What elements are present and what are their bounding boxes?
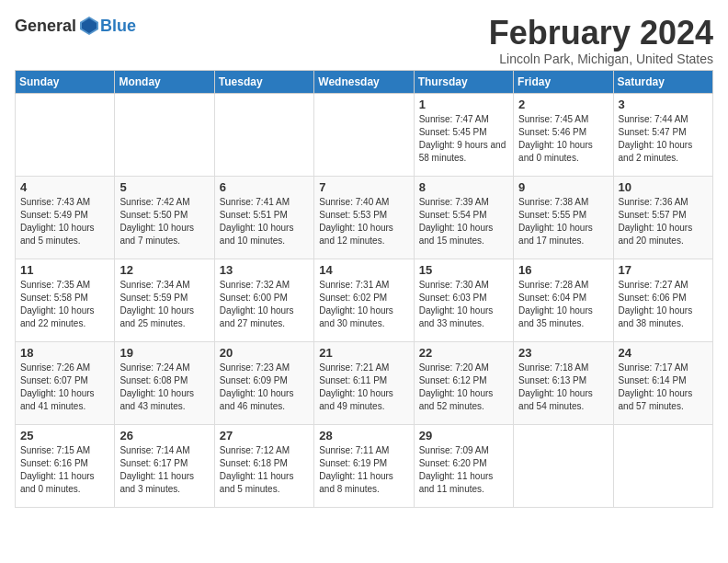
day-info: Sunrise: 7:47 AM Sunset: 5:45 PM Dayligh… bbox=[419, 113, 508, 165]
day-number: 17 bbox=[619, 263, 708, 277]
day-cell bbox=[613, 424, 712, 507]
day-number: 24 bbox=[619, 346, 708, 360]
day-cell: 2Sunrise: 7:45 AM Sunset: 5:46 PM Daylig… bbox=[514, 93, 613, 176]
day-info: Sunrise: 7:44 AM Sunset: 5:47 PM Dayligh… bbox=[619, 113, 708, 165]
logo-icon bbox=[78, 15, 100, 37]
day-cell: 20Sunrise: 7:23 AM Sunset: 6:09 PM Dayli… bbox=[214, 341, 313, 424]
title-area: February 2024 Lincoln Park, Michigan, Un… bbox=[489, 15, 713, 66]
day-info: Sunrise: 7:41 AM Sunset: 5:51 PM Dayligh… bbox=[220, 196, 309, 247]
day-cell bbox=[314, 93, 414, 176]
day-info: Sunrise: 7:31 AM Sunset: 6:02 PM Dayligh… bbox=[319, 279, 408, 330]
day-cell: 7Sunrise: 7:40 AM Sunset: 5:53 PM Daylig… bbox=[314, 176, 414, 259]
day-info: Sunrise: 7:23 AM Sunset: 6:09 PM Dayligh… bbox=[220, 362, 309, 413]
day-number: 12 bbox=[119, 263, 209, 277]
day-number: 16 bbox=[518, 263, 608, 277]
day-cell: 29Sunrise: 7:09 AM Sunset: 6:20 PM Dayli… bbox=[414, 424, 513, 507]
day-info: Sunrise: 7:38 AM Sunset: 5:55 PM Dayligh… bbox=[518, 196, 608, 247]
day-number: 27 bbox=[220, 429, 309, 442]
day-cell: 6Sunrise: 7:41 AM Sunset: 5:51 PM Daylig… bbox=[214, 176, 313, 259]
day-number: 9 bbox=[518, 180, 608, 194]
week-row-0: 1Sunrise: 7:47 AM Sunset: 5:45 PM Daylig… bbox=[16, 93, 713, 176]
col-header-saturday: Saturday bbox=[613, 70, 712, 93]
day-cell: 14Sunrise: 7:31 AM Sunset: 6:02 PM Dayli… bbox=[314, 259, 414, 341]
logo: General Blue bbox=[15, 15, 136, 37]
day-info: Sunrise: 7:21 AM Sunset: 6:11 PM Dayligh… bbox=[319, 362, 408, 413]
day-cell: 26Sunrise: 7:14 AM Sunset: 6:17 PM Dayli… bbox=[115, 424, 214, 507]
day-number: 22 bbox=[419, 346, 508, 360]
day-cell: 10Sunrise: 7:36 AM Sunset: 5:57 PM Dayli… bbox=[613, 176, 712, 259]
day-cell: 13Sunrise: 7:32 AM Sunset: 6:00 PM Dayli… bbox=[214, 259, 313, 341]
day-number: 26 bbox=[119, 429, 209, 442]
day-number: 11 bbox=[20, 263, 109, 277]
day-number: 1 bbox=[419, 98, 508, 111]
day-number: 29 bbox=[419, 429, 508, 442]
day-number: 3 bbox=[619, 98, 708, 111]
day-number: 13 bbox=[220, 263, 309, 277]
day-cell: 8Sunrise: 7:39 AM Sunset: 5:54 PM Daylig… bbox=[414, 176, 513, 259]
day-cell: 23Sunrise: 7:18 AM Sunset: 6:13 PM Dayli… bbox=[514, 341, 613, 424]
day-info: Sunrise: 7:14 AM Sunset: 6:17 PM Dayligh… bbox=[119, 444, 209, 496]
day-cell: 1Sunrise: 7:47 AM Sunset: 5:45 PM Daylig… bbox=[414, 93, 513, 176]
day-info: Sunrise: 7:11 AM Sunset: 6:19 PM Dayligh… bbox=[319, 444, 408, 496]
day-number: 5 bbox=[119, 180, 209, 194]
day-info: Sunrise: 7:30 AM Sunset: 6:03 PM Dayligh… bbox=[419, 279, 508, 330]
col-header-monday: Monday bbox=[115, 70, 214, 93]
day-info: Sunrise: 7:18 AM Sunset: 6:13 PM Dayligh… bbox=[518, 362, 608, 413]
day-number: 19 bbox=[119, 346, 209, 360]
day-cell: 3Sunrise: 7:44 AM Sunset: 5:47 PM Daylig… bbox=[613, 93, 712, 176]
day-cell: 28Sunrise: 7:11 AM Sunset: 6:19 PM Dayli… bbox=[314, 424, 414, 507]
day-cell: 4Sunrise: 7:43 AM Sunset: 5:49 PM Daylig… bbox=[16, 176, 115, 259]
calendar-title: February 2024 bbox=[489, 15, 713, 52]
day-number: 4 bbox=[20, 180, 109, 194]
day-cell: 9Sunrise: 7:38 AM Sunset: 5:55 PM Daylig… bbox=[514, 176, 613, 259]
header-row: SundayMondayTuesdayWednesdayThursdayFrid… bbox=[16, 70, 713, 93]
day-info: Sunrise: 7:40 AM Sunset: 5:53 PM Dayligh… bbox=[319, 196, 408, 247]
day-cell: 25Sunrise: 7:15 AM Sunset: 6:16 PM Dayli… bbox=[16, 424, 115, 507]
day-number: 18 bbox=[20, 346, 109, 360]
day-info: Sunrise: 7:34 AM Sunset: 5:59 PM Dayligh… bbox=[119, 279, 209, 330]
day-info: Sunrise: 7:43 AM Sunset: 5:49 PM Dayligh… bbox=[20, 196, 109, 247]
day-cell bbox=[214, 93, 313, 176]
day-info: Sunrise: 7:20 AM Sunset: 6:12 PM Dayligh… bbox=[419, 362, 508, 413]
day-cell: 11Sunrise: 7:35 AM Sunset: 5:58 PM Dayli… bbox=[16, 259, 115, 341]
week-row-2: 11Sunrise: 7:35 AM Sunset: 5:58 PM Dayli… bbox=[16, 259, 713, 341]
day-cell: 16Sunrise: 7:28 AM Sunset: 6:04 PM Dayli… bbox=[514, 259, 613, 341]
calendar-table: SundayMondayTuesdayWednesdayThursdayFrid… bbox=[15, 70, 713, 508]
day-number: 8 bbox=[419, 180, 508, 194]
day-cell: 17Sunrise: 7:27 AM Sunset: 6:06 PM Dayli… bbox=[613, 259, 712, 341]
col-header-tuesday: Tuesday bbox=[214, 70, 313, 93]
logo-blue: Blue bbox=[100, 17, 136, 36]
day-cell: 21Sunrise: 7:21 AM Sunset: 6:11 PM Dayli… bbox=[314, 341, 414, 424]
day-info: Sunrise: 7:32 AM Sunset: 6:00 PM Dayligh… bbox=[220, 279, 309, 330]
day-number: 28 bbox=[319, 429, 408, 442]
day-info: Sunrise: 7:36 AM Sunset: 5:57 PM Dayligh… bbox=[619, 196, 708, 247]
day-cell bbox=[115, 93, 214, 176]
day-info: Sunrise: 7:35 AM Sunset: 5:58 PM Dayligh… bbox=[20, 279, 109, 330]
page-header: General Blue February 2024 Lincoln Park,… bbox=[15, 15, 713, 66]
day-info: Sunrise: 7:09 AM Sunset: 6:20 PM Dayligh… bbox=[419, 444, 508, 496]
day-info: Sunrise: 7:27 AM Sunset: 6:06 PM Dayligh… bbox=[619, 279, 708, 330]
day-number: 10 bbox=[619, 180, 708, 194]
day-number: 14 bbox=[319, 263, 408, 277]
day-number: 21 bbox=[319, 346, 408, 360]
day-cell: 24Sunrise: 7:17 AM Sunset: 6:14 PM Dayli… bbox=[613, 341, 712, 424]
day-cell: 19Sunrise: 7:24 AM Sunset: 6:08 PM Dayli… bbox=[115, 341, 214, 424]
day-info: Sunrise: 7:24 AM Sunset: 6:08 PM Dayligh… bbox=[119, 362, 209, 413]
col-header-sunday: Sunday bbox=[16, 70, 115, 93]
week-row-1: 4Sunrise: 7:43 AM Sunset: 5:49 PM Daylig… bbox=[16, 176, 713, 259]
day-number: 6 bbox=[220, 180, 309, 194]
day-cell: 22Sunrise: 7:20 AM Sunset: 6:12 PM Dayli… bbox=[414, 341, 513, 424]
day-info: Sunrise: 7:28 AM Sunset: 6:04 PM Dayligh… bbox=[518, 279, 608, 330]
day-info: Sunrise: 7:15 AM Sunset: 6:16 PM Dayligh… bbox=[20, 444, 109, 496]
day-info: Sunrise: 7:42 AM Sunset: 5:50 PM Dayligh… bbox=[119, 196, 209, 247]
calendar-subtitle: Lincoln Park, Michigan, United States bbox=[489, 52, 713, 66]
day-cell: 5Sunrise: 7:42 AM Sunset: 5:50 PM Daylig… bbox=[115, 176, 214, 259]
day-cell: 15Sunrise: 7:30 AM Sunset: 6:03 PM Dayli… bbox=[414, 259, 513, 341]
day-number: 15 bbox=[419, 263, 508, 277]
day-cell bbox=[514, 424, 613, 507]
col-header-wednesday: Wednesday bbox=[314, 70, 414, 93]
week-row-4: 25Sunrise: 7:15 AM Sunset: 6:16 PM Dayli… bbox=[16, 424, 713, 507]
day-info: Sunrise: 7:39 AM Sunset: 5:54 PM Dayligh… bbox=[419, 196, 508, 247]
col-header-friday: Friday bbox=[514, 70, 613, 93]
day-cell bbox=[16, 93, 115, 176]
